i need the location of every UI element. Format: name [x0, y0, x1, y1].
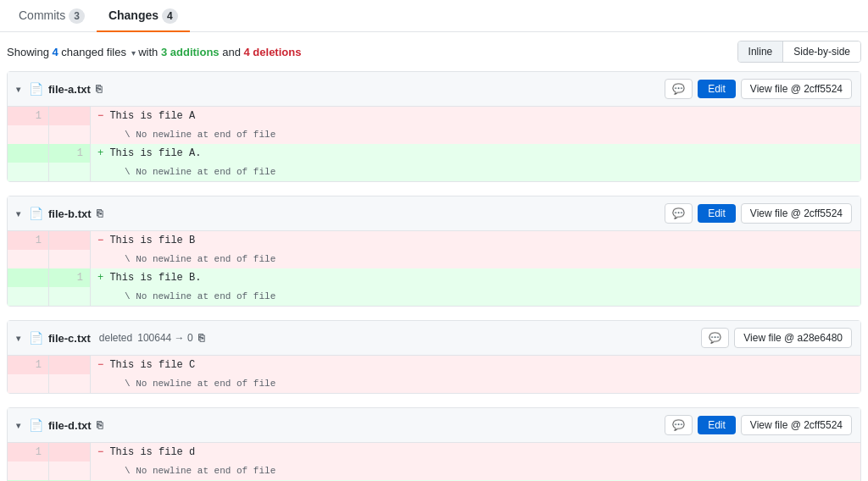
diff-header-right: 💬 Edit View file @ 2cff5524	[665, 79, 852, 99]
no-newline-del-line: \ No newline at end of file	[8, 462, 860, 480]
comment-button[interactable]: 💬	[665, 415, 693, 435]
diff-header-left: ▾ 📄 file-d.txt ⎘	[16, 418, 103, 432]
diff-header-right: 💬 View file @ a28e6480	[701, 328, 852, 348]
additions-count: 3 additions	[161, 46, 220, 58]
diff-header-left: ▾ 📄 file-c.txt deleted 100644 → 0 ⎘	[16, 331, 204, 345]
deletions-count: 4 deletions	[244, 46, 302, 58]
diff-del-line: 1 − This is file A	[8, 107, 860, 125]
copy-icon[interactable]: ⎘	[198, 332, 204, 344]
new-line-num	[49, 250, 91, 268]
file-icon: 📄	[29, 207, 43, 220]
collapse-icon[interactable]: ▾	[16, 334, 20, 343]
new-line-num	[49, 287, 91, 306]
new-line-num	[49, 443, 91, 462]
view-file-button[interactable]: View file @ 2cff5524	[741, 203, 852, 224]
diff-header-file-a: ▾ 📄 file-a.txt ⎘ 💬 Edit View file @ 2cff…	[8, 72, 860, 107]
new-line-num	[49, 231, 91, 250]
file-icon: 📄	[29, 331, 43, 345]
diff-del-line: 1 − This is file d	[8, 443, 860, 462]
diff-header-file-c: ▾ 📄 file-c.txt deleted 100644 → 0 ⎘ 💬 Vi…	[8, 321, 860, 356]
tab-label: Changes	[108, 8, 159, 22]
tab-label: Commits	[19, 8, 65, 22]
view-toggle: Inline Side-by-side	[737, 41, 861, 63]
changed-label: changed files	[61, 46, 126, 58]
old-line-num	[8, 374, 49, 393]
summary-text: Showing 4 changed files ▾ with 3 additio…	[7, 46, 301, 58]
tabs-bar: Commits3Changes4	[0, 0, 868, 32]
copy-icon[interactable]: ⎘	[96, 83, 102, 95]
no-newline-del-line: \ No newline at end of file	[8, 125, 860, 144]
copy-icon[interactable]: ⎘	[97, 419, 103, 431]
no-newline-add-line: \ No newline at end of file	[8, 163, 860, 181]
no-newline-del-line: \ No newline at end of file	[8, 374, 860, 393]
view-file-button[interactable]: View file @ 2cff5524	[741, 415, 852, 435]
new-line-num	[49, 462, 91, 480]
diff-add-line: 1 + This is file B.	[8, 268, 860, 287]
new-line-num	[49, 163, 91, 181]
inline-view-button[interactable]: Inline	[738, 41, 784, 62]
tab-badge-changes: 4	[162, 8, 178, 24]
file-icon: 📄	[29, 418, 43, 432]
tab-badge-commits: 3	[69, 8, 85, 24]
new-line-num: 1	[49, 268, 91, 287]
new-line-num: 1	[49, 144, 91, 163]
edit-button[interactable]: Edit	[698, 204, 736, 223]
diff-table-file-d: 1 − This is file d \ No newline at end o…	[8, 443, 860, 481]
tab-changes[interactable]: Changes4	[97, 0, 190, 32]
old-line-num	[8, 287, 49, 306]
new-line-num	[49, 107, 91, 125]
diff-add-line: 1 + This is file A.	[8, 144, 860, 163]
diff-del-line: 1 − This is file B	[8, 231, 860, 250]
new-line-num	[49, 374, 91, 393]
diff-file-file-d: ▾ 📄 file-d.txt ⎘ 💬 Edit View file @ 2cff…	[7, 407, 861, 481]
main-content: Showing 4 changed files ▾ with 3 additio…	[0, 32, 868, 481]
no-newline-add-line: \ No newline at end of file	[8, 287, 860, 306]
no-newline-text: \ No newline at end of file	[91, 163, 861, 181]
edit-button[interactable]: Edit	[698, 80, 736, 98]
old-line-num	[8, 163, 49, 181]
copy-icon[interactable]: ⎘	[97, 207, 103, 219]
file-name: file-d.txt	[48, 419, 92, 432]
view-file-button[interactable]: View file @ a28e6480	[734, 328, 852, 348]
new-line-num	[49, 356, 91, 374]
new-line-num	[49, 125, 91, 144]
file-icon: 📄	[29, 82, 43, 96]
no-newline-text: \ No newline at end of file	[91, 125, 861, 144]
old-line-num: 1	[8, 443, 49, 462]
collapse-icon[interactable]: ▾	[16, 85, 20, 94]
no-newline-text: \ No newline at end of file	[91, 250, 861, 268]
diff-table-file-a: 1 − This is file A \ No newline at end o…	[8, 107, 860, 181]
file-mode: 100644 → 0	[137, 332, 192, 344]
files-container: ▾ 📄 file-a.txt ⎘ 💬 Edit View file @ 2cff…	[7, 71, 861, 481]
old-line-num	[8, 144, 49, 163]
line-code: − This is file C	[91, 356, 861, 374]
collapse-icon[interactable]: ▾	[16, 421, 20, 430]
diff-table-file-c: 1 − This is file C \ No newline at end o…	[8, 356, 860, 393]
old-line-num: 1	[8, 107, 49, 125]
tab-commits[interactable]: Commits3	[7, 0, 97, 32]
changed-count: 4	[52, 46, 58, 58]
file-name: file-a.txt	[48, 83, 91, 96]
side-by-side-view-button[interactable]: Side-by-side	[783, 41, 860, 62]
collapse-icon[interactable]: ▾	[16, 209, 20, 218]
changed-dropdown-arrow[interactable]: ▾	[131, 48, 136, 58]
line-code: − This is file A	[91, 107, 861, 125]
deleted-badge: deleted	[99, 332, 132, 344]
summary-bar: Showing 4 changed files ▾ with 3 additio…	[7, 32, 861, 71]
no-newline-del-line: \ No newline at end of file	[8, 250, 860, 268]
old-line-num	[8, 125, 49, 144]
line-code: + This is file A.	[91, 144, 861, 163]
diff-file-file-c: ▾ 📄 file-c.txt deleted 100644 → 0 ⎘ 💬 Vi…	[7, 320, 861, 394]
view-file-button[interactable]: View file @ 2cff5524	[741, 79, 852, 99]
diff-file-file-a: ▾ 📄 file-a.txt ⎘ 💬 Edit View file @ 2cff…	[7, 71, 861, 182]
comment-button[interactable]: 💬	[701, 328, 729, 348]
diff-header-left: ▾ 📄 file-a.txt ⎘	[16, 82, 102, 96]
diff-del-line: 1 − This is file C	[8, 356, 860, 374]
no-newline-text: \ No newline at end of file	[91, 374, 861, 393]
file-name: file-c.txt	[48, 332, 91, 345]
comment-button[interactable]: 💬	[665, 203, 693, 224]
line-code: − This is file d	[91, 443, 861, 462]
file-name: file-b.txt	[48, 207, 92, 220]
edit-button[interactable]: Edit	[698, 416, 736, 434]
comment-button[interactable]: 💬	[665, 79, 693, 99]
